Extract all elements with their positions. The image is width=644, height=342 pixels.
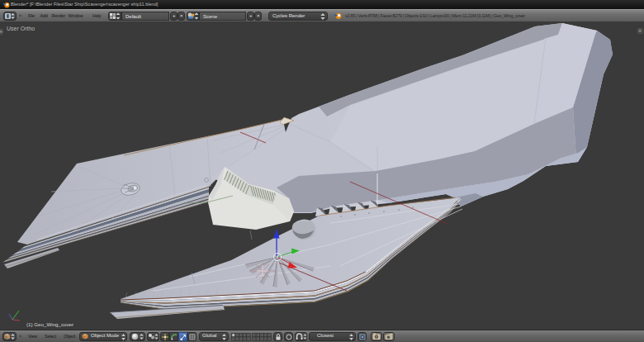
svg-text:(1) Geo_Wing_cover: (1) Geo_Wing_cover: [26, 321, 73, 327]
svg-text:+: +: [0, 29, 2, 35]
svg-text:User Ortho: User Ortho: [7, 26, 35, 31]
svg-text:+: +: [638, 28, 642, 34]
